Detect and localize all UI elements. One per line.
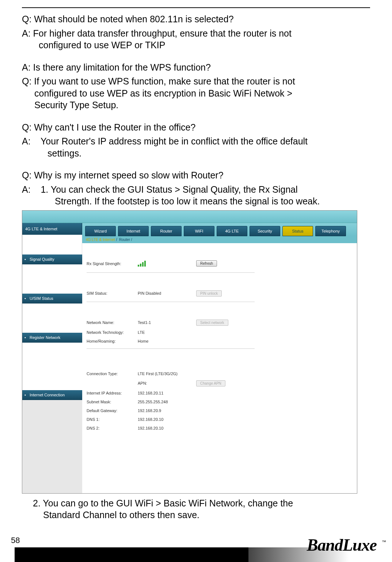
tab-telephony[interactable]: Telephony [315,226,346,236]
dns1-value: 192.168.20.10 [138,417,196,422]
page-footer: 58 BandLuxe ™ [0,536,392,562]
pin-unlock-button[interactable]: PIN unlock [196,290,222,297]
home-roaming-label: Home/Roaming: [87,339,138,343]
title-bar [22,211,357,223]
faq-block-1: Q: What should be noted when 802.11n is … [22,13,370,51]
gw-label: Default Gateway: [87,408,138,413]
breadcrumb-sub: Router [119,238,130,242]
network-name-label: Network Name: [87,320,138,325]
dns2-value: 192.168.20.10 [138,426,196,430]
faq-a-2: Q: If you want to use WPS function, make… [22,75,370,111]
brand-logo: BandLuxe [307,535,377,555]
sidebar: 4G LTE & Internet Signal Quality U/SIM S… [22,223,82,493]
dns2-label: DNS 2: [87,426,138,430]
page-top-rule [22,7,370,8]
trademark-symbol: ™ [382,539,386,544]
ip-label: Internet IP Address: [87,391,138,395]
apn-label: APN: [138,381,196,385]
tab-router[interactable]: Router [151,226,182,236]
content-area: Rx Signal Strength: Refresh SIM Status: … [82,243,357,493]
sim-status-value: PIN Disabled [138,291,196,295]
signal-bars-icon [138,260,146,267]
mask-label: Subnet Mask: [87,400,138,404]
tab-status[interactable]: Status [282,226,313,236]
rx-signal-label: Rx Signal Strength: [87,261,138,266]
home-roaming-value: Home [138,339,196,343]
page-number: 58 [11,536,20,545]
tab-4glte[interactable]: 4G LTE [217,226,247,236]
dns1-label: DNS 1: [87,417,138,422]
router-ui-screenshot: 4G LTE & Internet Signal Quality U/SIM S… [22,210,357,494]
sidebar-item-signal-quality[interactable]: Signal Quality [22,254,82,264]
conn-type-value: LTE First (LTE/3G/2G) [138,371,196,376]
breadcrumb: 4G LTE & Internet / Router / [82,236,357,243]
change-apn-button[interactable]: Change APN [196,380,225,386]
faq-q-3: Q: Why can't I use the Router in the off… [22,121,370,133]
faq-block-3: Q: Why can't I use the Router in the off… [22,121,370,159]
breadcrumb-main: 4G LTE & Internet [86,238,115,242]
brand-tab: 4G LTE & Internet [22,223,82,235]
mask-value: 255.255.255.248 [138,400,196,404]
faq-block-2: A: Is there any limitation for the WPS f… [22,61,370,111]
tab-internet[interactable]: Internet [118,226,149,236]
network-name-value: Test1-1 [138,320,196,325]
network-tech-label: Network Technology: [87,330,138,335]
faq-q-1: Q: What should be noted when 802.11n is … [22,13,370,25]
faq-a-4: A: 1. You can check the GUI Status > Sig… [22,184,370,207]
conn-type-label: Connection Type: [87,371,138,376]
tab-bar: Wizard Internet Router WiFI 4G LTE Secur… [82,223,357,236]
sidebar-item-usim-status[interactable]: U/SIM Status [22,294,82,303]
faq-q-4: Q: Why is my internet speed so slow with… [22,169,370,181]
faq-a-4-part2: 2. You can go to the GUI WiFi > Basic Wi… [0,497,392,521]
select-network-button[interactable]: Select network [196,320,228,326]
sim-status-label: SIM Status: [87,291,138,295]
tab-wizard[interactable]: Wizard [85,226,116,236]
sidebar-item-register-network[interactable]: Register Network [22,333,82,343]
refresh-button[interactable]: Refresh [196,260,217,267]
faq-q-2: A: Is there any limitation for the WPS f… [22,61,370,73]
ip-value: 192.168.20.11 [138,391,196,395]
tab-security[interactable]: Security [250,226,280,236]
tab-wifi[interactable]: WiFI [184,226,214,236]
gw-value: 192.168.20.9 [138,408,196,413]
faq-block-4: Q: Why is my internet speed so slow with… [22,169,370,207]
faq-a-1: A: For higher data transfer throughput, … [22,27,370,51]
footer-black-bar [15,547,248,562]
network-tech-value: LTE [138,330,196,335]
faq-a-3: A: Your Router's IP address might be in … [22,135,370,159]
sidebar-item-internet-connection[interactable]: Internet Connection [22,390,82,400]
